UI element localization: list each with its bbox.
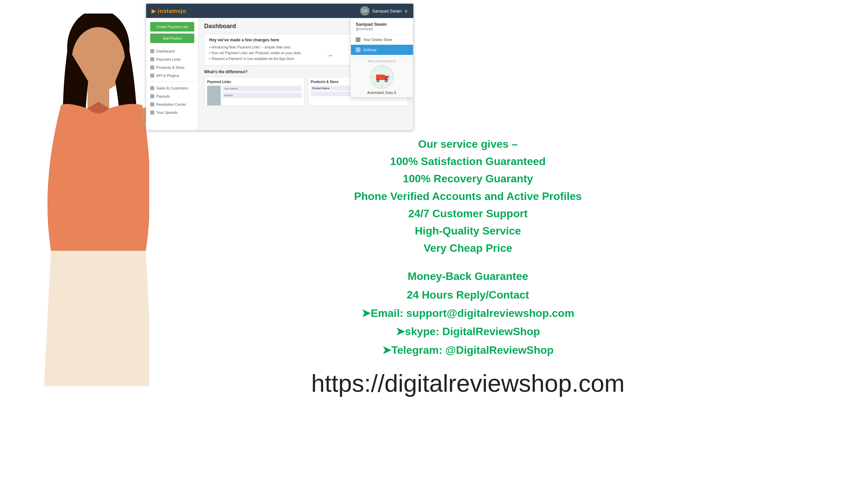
- products-list-area: Product Name: [311, 86, 357, 106]
- sidebar-item-resolution[interactable]: Resolution Center: [146, 100, 198, 108]
- recommended-text: Automated, Easy &: [353, 91, 410, 95]
- product-name-row: Product Name: [311, 86, 357, 90]
- sidebar-item-payouts[interactable]: Payouts: [146, 92, 198, 100]
- dropdown-user-name: Sampad Swain: [356, 22, 408, 27]
- recommended-icon-area: [370, 65, 394, 89]
- card-left-block: [207, 86, 221, 106]
- dashboard-navbar: ▶ instamojo SS Sampad Swain ∨: [146, 4, 413, 18]
- card-row-name: Your Name: [223, 86, 301, 91]
- instamojo-logo: ▶ instamojo: [152, 8, 186, 14]
- payment-links-card-inner: Your Name Invoice: [207, 86, 301, 106]
- website-url[interactable]: https://digitalreviewshop.com: [146, 369, 790, 397]
- user-dropdown: Sampad Swain @sampad Your Online Store S…: [351, 18, 413, 98]
- sidebar-item-products[interactable]: Products & Store: [146, 63, 198, 72]
- contact-line-2: 24 Hours Reply/Contact: [146, 286, 790, 304]
- service-line-1: Our service gives –: [146, 136, 790, 153]
- dropdown-header: Sampad Swain @sampad: [351, 18, 413, 35]
- red-arrow: →: [326, 51, 334, 60]
- service-line-7: Very Cheap Price: [146, 240, 790, 257]
- recommended-panel: RECOMMENDED: [350, 57, 413, 97]
- sidebar-item-dashboard[interactable]: Dashboard: [146, 47, 198, 55]
- service-line-6: High-Quality Service: [146, 222, 790, 240]
- add-product-button[interactable]: Add Product: [150, 34, 194, 43]
- payment-links-card: Payment Links Your Name Invoice: [204, 77, 304, 106]
- recommended-circle-graphic: [370, 65, 394, 89]
- sidebar-item-api[interactable]: API & Plugins: [146, 72, 198, 80]
- info-section: Our service gives – 100% Satisfaction Gu…: [146, 136, 790, 397]
- spends-icon: [150, 110, 154, 115]
- sidebar-item-spends[interactable]: Your Spends: [146, 108, 198, 117]
- products-icon: [150, 65, 154, 69]
- chevron-down-icon: ∨: [405, 8, 408, 14]
- payouts-icon: [150, 94, 154, 98]
- contact-line-1: Money-Back Guarantee: [146, 267, 790, 285]
- service-line-5: 24/7 Customer Support: [146, 205, 790, 222]
- dropdown-user-handle: @sampad: [356, 27, 408, 31]
- create-payment-link-button[interactable]: Create Payment Link: [150, 22, 194, 32]
- payment-links-icon: [150, 57, 154, 61]
- card-right-block: Your Name Invoice: [223, 86, 301, 106]
- service-line-4: Phone Verified Accounts and Active Profi…: [146, 188, 790, 205]
- dashboard-sidebar: Create Payment Link Add Product Dashboar…: [146, 18, 199, 130]
- api-icon: [150, 74, 154, 78]
- contact-line-email: ➤Email: support@digitalreviewshop.com: [146, 304, 790, 322]
- resolution-icon: [150, 102, 154, 106]
- sales-icon: [150, 86, 154, 90]
- card-row-invoice: Invoice: [223, 93, 301, 98]
- payment-links-card-title: Payment Links: [207, 80, 301, 84]
- service-info: Our service gives – 100% Satisfaction Gu…: [146, 136, 790, 257]
- svg-rect-13: [376, 75, 385, 80]
- store-icon: [356, 37, 360, 42]
- sidebar-divider: [146, 82, 198, 82]
- sidebar-item-sales[interactable]: Sales & Customers: [146, 84, 198, 92]
- contact-info: Money-Back Guarantee 24 Hours Reply/Cont…: [146, 267, 790, 359]
- logo-symbol: ▶: [152, 8, 156, 14]
- user-avatar: SS: [360, 6, 370, 16]
- contact-line-skype: ➤skype: DigitalReviewShop: [146, 322, 790, 341]
- dashboard-body: Create Payment Link Add Product Dashboar…: [146, 18, 413, 130]
- user-name: Sampad Swain: [372, 8, 402, 14]
- user-menu[interactable]: SS Sampad Swain ∨: [360, 6, 408, 16]
- service-line-2: 100% Satisfaction Guaranteed: [146, 153, 790, 170]
- sidebar-item-payment-links[interactable]: Payment Links: [146, 55, 198, 63]
- svg-point-19: [386, 80, 387, 81]
- recommended-label: RECOMMENDED: [353, 60, 410, 63]
- svg-rect-15: [387, 77, 389, 80]
- svg-point-17: [377, 80, 379, 81]
- service-line-3: 100% Recovery Guaranty: [146, 170, 790, 187]
- dashboard-icon: [150, 49, 154, 53]
- logo-text: instamojo: [158, 8, 186, 14]
- person-silhouette: [0, 14, 149, 386]
- dropdown-item-settings[interactable]: Settings: [351, 45, 413, 55]
- contact-line-telegram: ➤Telegram: @DigitalReviewShop: [146, 341, 790, 359]
- settings-icon: [356, 47, 360, 52]
- product-row-2: [311, 92, 357, 96]
- person-area: [0, 0, 149, 488]
- person-image: [0, 14, 149, 386]
- dashboard-screenshot: ▶ instamojo SS Sampad Swain ∨ Create Pay…: [146, 3, 414, 130]
- dropdown-item-store[interactable]: Your Online Store: [351, 35, 413, 45]
